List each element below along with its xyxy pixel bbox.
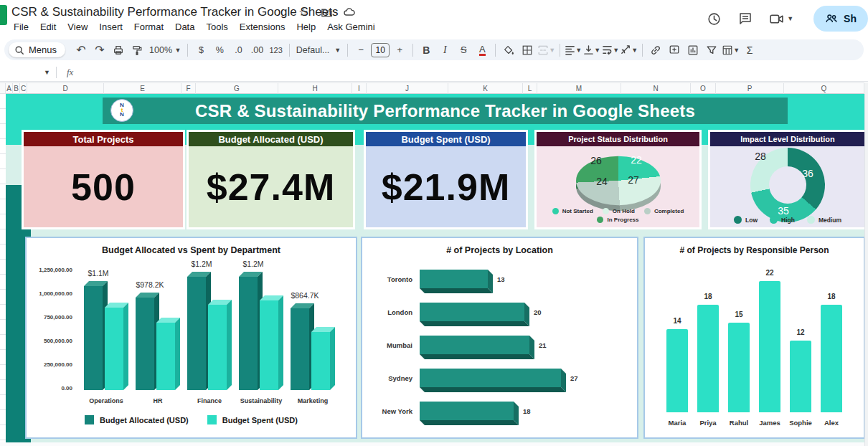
meet-dropdown-caret[interactable]: ▼ [787,15,793,22]
column-header-E[interactable]: E [104,82,181,94]
text-wrap-button[interactable]: ▼ [602,42,619,59]
bar[interactable] [420,303,524,321]
column-header-M[interactable]: M [537,82,621,94]
column-header-Q[interactable]: Q [784,82,864,94]
menus-search-button[interactable]: Menus [9,42,65,57]
name-box[interactable]: ▼ [0,63,56,81]
bar[interactable] [156,323,175,390]
decrease-decimal-button[interactable]: .0 [230,42,247,59]
italic-button[interactable]: I [436,42,453,59]
spreadsheet-canvas[interactable]: N t N CSR & Sustainability Performance T… [0,94,868,446]
increase-font-size-button[interactable]: + [391,42,408,59]
bar[interactable] [759,281,780,412]
menu-item-data[interactable]: Data [170,20,199,34]
insert-chart-button[interactable] [684,42,702,59]
projects-by-person-chart[interactable]: # of Projects by Responsible Person14Mar… [643,237,865,439]
bar[interactable] [420,270,488,288]
menu-item-help[interactable]: Help [291,20,321,34]
column-header-B[interactable]: B [13,82,20,94]
font-size-input[interactable]: 10 [371,43,390,57]
bar[interactable] [420,336,529,354]
redo-button[interactable]: ↷ [91,42,108,59]
menu-item-format[interactable]: Format [129,20,169,34]
select-all-corner[interactable] [0,82,6,94]
bar[interactable] [420,369,561,387]
column-header-K[interactable]: K [448,82,523,94]
vertical-scrollbar[interactable] [864,94,868,446]
menu-bar: FileEditViewInsertFormatDataToolsExtensi… [9,20,380,34]
version-history-icon[interactable] [706,11,722,27]
menu-item-ask-gemini[interactable]: Ask Gemini [322,20,379,34]
bar[interactable] [105,308,123,390]
format-currency-button[interactable]: $ [192,42,209,59]
meet-button[interactable]: ▼ [769,11,793,27]
insert-link-button[interactable] [647,42,664,59]
document-title[interactable]: CSR & Sustainability Performance Tracker… [11,5,338,19]
formula-input[interactable] [83,63,868,81]
menu-item-insert[interactable]: Insert [94,20,128,34]
bar[interactable] [311,332,330,390]
bar[interactable] [136,298,154,390]
bar-bottom-face [420,387,566,392]
strikethrough-button[interactable]: S [455,42,472,59]
menu-item-edit[interactable]: Edit [35,20,61,34]
bar[interactable] [84,286,103,390]
star-icon[interactable]: ☆ [297,6,310,19]
insert-comment-button[interactable] [666,42,683,59]
create-filter-button[interactable] [703,42,720,59]
bar[interactable] [239,277,258,390]
bold-button[interactable]: B [418,42,435,59]
column-header-P[interactable]: P [716,82,784,94]
column-header-A[interactable]: A [6,82,13,94]
menu-item-view[interactable]: View [62,20,93,34]
font-select[interactable]: Defaul... ▼ [294,42,343,59]
menu-item-extensions[interactable]: Extensions [235,20,291,34]
menu-item-tools[interactable]: Tools [201,20,232,34]
column-header-N[interactable]: N [621,82,691,94]
column-header-I[interactable]: I [352,82,367,94]
paint-format-button[interactable] [128,42,146,59]
decrease-font-size-button[interactable]: − [352,42,369,59]
undo-button[interactable]: ↶ [72,42,90,59]
column-header-C[interactable]: C [20,82,27,94]
column-header-G[interactable]: G [196,82,278,94]
zoom-select[interactable]: 100% ▼ [147,42,183,59]
bar[interactable] [666,329,688,412]
share-button[interactable]: Sh [813,6,868,32]
menu-item-file[interactable]: File [9,20,34,34]
move-to-folder-icon[interactable] [320,6,333,19]
bar[interactable] [260,300,278,390]
text-rotation-button[interactable]: ▼ [621,42,638,59]
more-formats-button[interactable]: 123 [267,42,284,59]
vertical-align-button[interactable]: ▼ [583,42,600,59]
sheets-logo-icon[interactable] [0,5,7,25]
column-header-F[interactable]: F [181,82,196,94]
functions-button[interactable]: Σ [741,42,758,59]
bar[interactable] [187,277,206,390]
table-options-button[interactable]: ▼ [722,42,740,59]
bar[interactable] [790,341,811,412]
column-header-O[interactable]: O [691,82,716,94]
bar[interactable] [728,323,750,412]
fill-color-button[interactable] [500,42,517,59]
comments-icon[interactable] [737,11,753,27]
impact-donut-chart[interactable]: 363528 [750,148,825,222]
column-header-D[interactable]: D [27,82,104,94]
horizontal-align-button[interactable]: ▼ [565,42,582,59]
column-header-L[interactable]: L [523,82,537,94]
bar[interactable] [821,305,842,412]
projects-by-location-chart[interactable]: # of Projects by LocationToronto13London… [361,237,638,439]
bar[interactable] [208,305,227,390]
text-color-button[interactable]: A [473,42,491,59]
bar[interactable] [420,402,514,420]
increase-decimal-button[interactable]: .00 [248,42,265,59]
bar[interactable] [291,308,309,390]
column-header-J[interactable]: J [367,82,448,94]
print-button[interactable] [110,42,127,59]
budget-by-department-chart[interactable]: Budget Allocated vs Spent by Department1… [25,237,357,439]
bar[interactable] [697,305,719,412]
borders-button[interactable] [519,42,536,59]
format-percent-button[interactable]: % [211,42,228,59]
column-header-H[interactable]: H [278,82,352,94]
status-pie-chart[interactable]: 22272426 [576,146,661,207]
